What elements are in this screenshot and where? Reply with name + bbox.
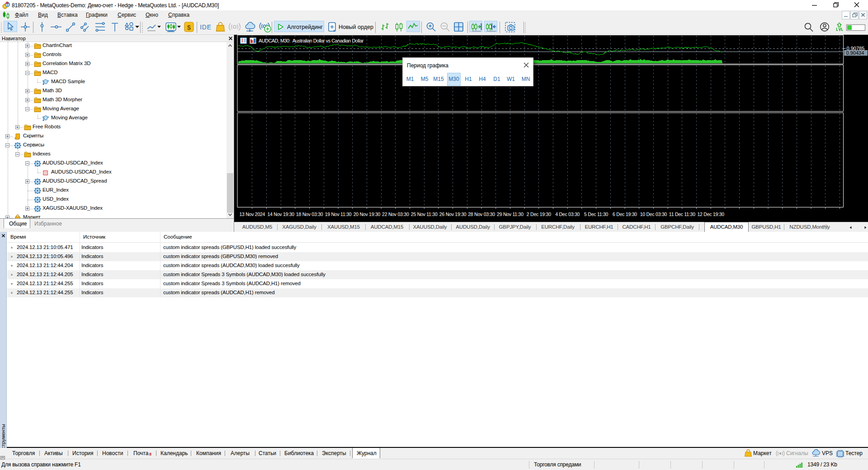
- svg-text:25 Nov 11:30: 25 Nov 11:30: [411, 212, 438, 217]
- svg-text:14 Nov 19:30: 14 Nov 19:30: [267, 212, 294, 217]
- svg-text:10 Dec 03:30: 10 Dec 03:30: [640, 212, 667, 217]
- svg-text:5 Dec 11:30: 5 Dec 11:30: [584, 212, 609, 217]
- svg-text:Алготрейдинг: Алготрейдинг: [287, 24, 323, 30]
- svg-text:19 Nov 11:30: 19 Nov 11:30: [325, 212, 352, 217]
- svg-text:$: $: [187, 24, 191, 31]
- svg-text:6 Dec 19:30: 6 Dec 19:30: [613, 212, 637, 217]
- svg-text:29 Nov 11:30: 29 Nov 11:30: [497, 212, 524, 217]
- svg-text:18 Nov 03:30: 18 Nov 03:30: [296, 212, 323, 217]
- svg-text:4 Dec 03:30: 4 Dec 03:30: [555, 212, 580, 217]
- svg-text:12 Dec 19:30: 12 Dec 19:30: [697, 212, 724, 217]
- svg-text:20 Nov 19:30: 20 Nov 19:30: [354, 212, 381, 217]
- svg-text:AUDCAD, M30: Australian Dolla: AUDCAD, M30: Australian Dollar vs Canadi…: [259, 38, 364, 43]
- svg-text:13 Nov 2024: 13 Nov 2024: [239, 212, 265, 217]
- svg-text:11 Dec 11:30: 11 Dec 11:30: [669, 212, 695, 217]
- svg-text:0.90434: 0.90434: [846, 50, 864, 56]
- svg-text:2 Dec 19:30: 2 Dec 19:30: [527, 212, 551, 217]
- svg-text:Новый ордер: Новый ордер: [339, 24, 373, 30]
- svg-text:22 Nov 03:30: 22 Nov 03:30: [382, 212, 409, 217]
- svg-text:28 Nov 03:30: 28 Nov 03:30: [468, 212, 495, 217]
- svg-text:26 Nov 19:30: 26 Nov 19:30: [439, 212, 467, 217]
- svg-text:IDE: IDE: [200, 24, 212, 31]
